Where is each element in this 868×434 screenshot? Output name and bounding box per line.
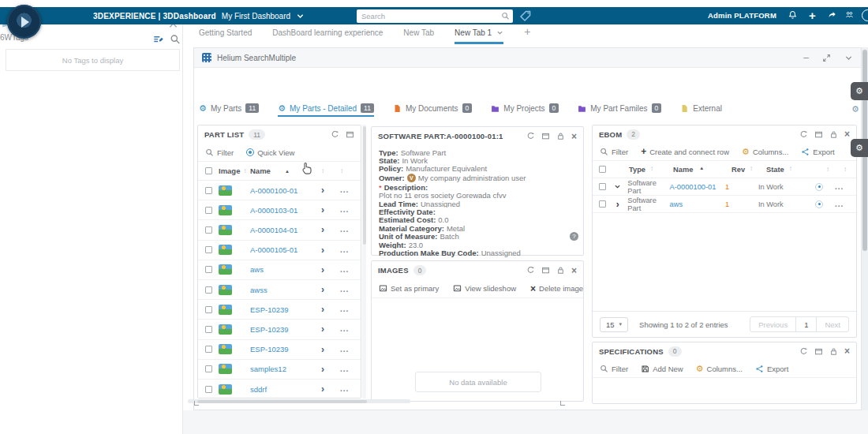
row-menu-ellipsis-icon[interactable]: ...: [340, 227, 349, 232]
scrollbar-thumb[interactable]: [363, 126, 366, 245]
row-checkbox[interactable]: [205, 187, 212, 194]
export-button[interactable]: Export: [755, 365, 788, 373]
row-checkbox[interactable]: [205, 306, 212, 313]
add-content-plus-icon[interactable]: +: [809, 10, 816, 21]
quick-view-toggle[interactable]: Quick View: [246, 148, 294, 157]
row-menu-ellipsis-icon[interactable]: ...: [340, 387, 349, 391]
part-name-link[interactable]: aws: [250, 265, 264, 274]
part-name-link[interactable]: ESP-10239: [250, 325, 289, 334]
part-row[interactable]: samples12 › ...: [198, 360, 361, 380]
expand-chevron-right-icon[interactable]: ›: [321, 365, 324, 373]
owner-avatar[interactable]: V: [407, 174, 416, 182]
popup-window-icon[interactable]: [814, 347, 823, 356]
sort-icon[interactable]: ↕: [321, 168, 324, 174]
tab-my-parts[interactable]: ⚙ My Parts 11: [199, 103, 259, 117]
column-header-name[interactable]: Name: [250, 166, 271, 175]
close-panel-icon[interactable]: ×: [571, 133, 577, 140]
row-radio-icon[interactable]: [815, 183, 823, 191]
add-tab-button[interactable]: +: [524, 27, 530, 36]
refresh-icon[interactable]: [526, 266, 535, 275]
tab-getting-started[interactable]: Getting Started: [199, 28, 252, 44]
refresh-icon[interactable]: [331, 130, 339, 139]
popup-window-icon[interactable]: [814, 130, 823, 139]
part-name-link[interactable]: ESP-10239: [250, 345, 289, 354]
column-header-image[interactable]: Image: [219, 166, 240, 175]
user-name[interactable]: Admin PLATFORM: [688, 7, 776, 24]
select-all-checkbox[interactable]: [205, 167, 212, 174]
global-search[interactable]: [357, 9, 513, 23]
tab-my-parts-detailed[interactable]: ⚙ My Parts - Detailed 11: [278, 103, 374, 117]
refresh-icon[interactable]: [799, 130, 808, 139]
row-menu-ellipsis-icon[interactable]: ...: [340, 367, 349, 372]
sort-icon[interactable]: ↕: [826, 166, 829, 173]
row-menu-ellipsis-icon[interactable]: ...: [340, 268, 349, 272]
current-page-button[interactable]: 1: [795, 317, 817, 331]
row-menu-ellipsis-icon[interactable]: ...: [340, 347, 349, 352]
lock-icon[interactable]: [556, 266, 565, 275]
expand-chevron-right-icon[interactable]: ›: [321, 186, 324, 194]
part-name-link[interactable]: A-0000104-01: [250, 226, 297, 234]
expand-chevron-right-icon[interactable]: ›: [321, 385, 324, 393]
row-menu-ellipsis-icon[interactable]: ...: [340, 208, 349, 212]
content-horizontal-scrollbar[interactable]: [188, 399, 410, 403]
set-as-primary-button[interactable]: Set as primary: [379, 284, 439, 293]
collaboration-people-icon[interactable]: [845, 10, 854, 19]
expand-chevron-right-icon[interactable]: ›: [321, 305, 324, 313]
tab-my-projects[interactable]: My Projects 0: [491, 103, 559, 117]
expand-chevron-right-icon[interactable]: ›: [321, 246, 324, 254]
tab-external[interactable]: External: [680, 104, 722, 117]
share-icon[interactable]: [828, 10, 836, 19]
row-checkbox[interactable]: [205, 286, 212, 294]
row-menu-ellipsis-icon[interactable]: ...: [835, 185, 844, 189]
view-slideshow-button[interactable]: View slideshow: [453, 284, 516, 293]
search-icon[interactable]: [501, 12, 510, 21]
close-panel-icon[interactable]: ×: [844, 130, 850, 138]
expand-chevron-right-icon[interactable]: ›: [321, 226, 324, 234]
tab-chevron-down-icon[interactable]: [496, 29, 503, 36]
3dexperience-compass-logo[interactable]: [7, 5, 41, 39]
previous-page-button[interactable]: Previous: [750, 317, 795, 331]
close-panel-icon[interactable]: ×: [844, 347, 850, 355]
columns-button[interactable]: ⚙ Columns...: [696, 365, 743, 373]
column-header-rev[interactable]: Rev: [731, 166, 745, 174]
select-all-checkbox[interactable]: [599, 166, 606, 173]
maximize-widget-icon[interactable]: [822, 54, 831, 62]
refresh-icon[interactable]: [526, 132, 535, 140]
part-row[interactable]: A-0000100-01 › ...: [198, 181, 361, 200]
cell-name-link[interactable]: A-0000100-01: [670, 183, 716, 191]
column-header-state[interactable]: State: [766, 166, 784, 174]
column-header-name[interactable]: Name: [673, 166, 693, 174]
sort-ascending-icon[interactable]: ▲: [285, 169, 290, 174]
dashboard-name[interactable]: My First Dashboard: [222, 12, 290, 21]
search-input[interactable]: [361, 12, 501, 21]
delete-image-button[interactable]: × Delete image: [530, 284, 583, 293]
row-menu-ellipsis-icon[interactable]: ...: [340, 188, 349, 193]
part-name-link[interactable]: ESP-10239: [250, 305, 289, 314]
row-menu-ellipsis-icon[interactable]: ...: [340, 287, 349, 292]
row-checkbox[interactable]: [205, 207, 212, 214]
widget-menu-chevron-down-icon[interactable]: [844, 54, 853, 62]
main-vertical-scrollbar[interactable]: [862, 47, 868, 410]
expand-chevron-right-icon[interactable]: ›: [321, 206, 324, 214]
part-name-link[interactable]: samples12: [250, 365, 286, 373]
filter-button[interactable]: Filter: [205, 148, 234, 157]
part-row[interactable]: ESP-10239 › ...: [198, 300, 361, 320]
expand-chevron-right-icon[interactable]: ›: [321, 346, 324, 354]
sort-icon[interactable]: ↕: [844, 166, 847, 173]
row-checkbox[interactable]: [205, 346, 212, 353]
expand-chevron-right-icon[interactable]: ›: [616, 200, 619, 208]
sort-icon[interactable]: ↕: [789, 166, 792, 174]
row-checkbox[interactable]: [205, 365, 212, 372]
ebom-row[interactable]: Software Part A-0000100-01 1 In Work ...: [593, 178, 856, 196]
tab-my-documents[interactable]: My Documents 0: [393, 103, 472, 117]
part-row[interactable]: awss › ...: [198, 280, 361, 300]
part-row[interactable]: A-0000103-01 › ...: [198, 200, 361, 220]
row-checkbox[interactable]: [205, 386, 212, 393]
sort-icon[interactable]: ↕: [750, 166, 753, 174]
expand-chevron-right-icon[interactable]: ›: [321, 266, 324, 274]
row-menu-ellipsis-icon[interactable]: ...: [340, 248, 349, 253]
widget-titlebar[interactable]: Helium SearchMultiple –: [194, 48, 861, 68]
scrollbar-thumb[interactable]: [197, 400, 367, 403]
expand-chevron-right-icon[interactable]: ›: [321, 286, 324, 294]
part-name-link[interactable]: sddrf: [250, 385, 267, 394]
